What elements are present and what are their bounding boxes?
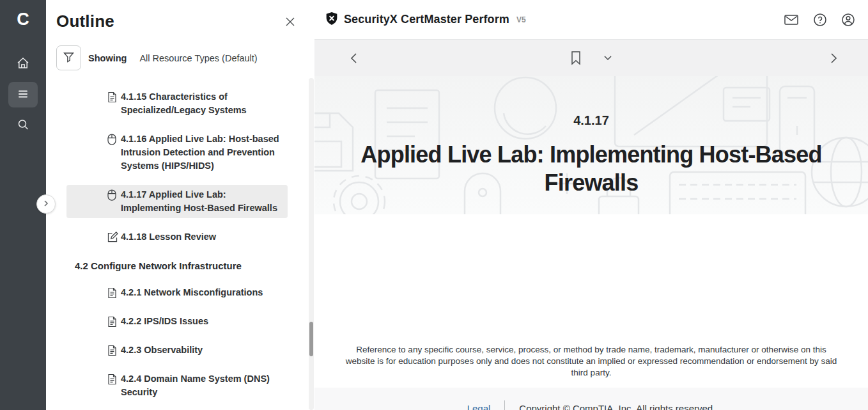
outline-item-label: 4.1.17 Applied Live Lab: Implementing Ho… — [107, 188, 280, 215]
pencil-icon — [107, 232, 118, 242]
panel-title: Outline — [56, 12, 114, 31]
outline-item-label: 4.1.15 Characteristics of Specialized/Le… — [107, 90, 280, 117]
lesson-body: Reference to any specific course, servic… — [314, 214, 868, 388]
outline-menu-icon — [16, 87, 30, 103]
disclaimer-text: Reference to any specific course, servic… — [341, 344, 841, 379]
outline-scrollbar-thumb[interactable] — [309, 322, 313, 356]
outline-item-label: 4.2.2 IPS/IDS Issues — [107, 315, 208, 328]
hero-text: 4.1.17 Applied Live Lab: Implementing Ho… — [314, 76, 868, 197]
panel-collapse-toggle[interactable] — [36, 194, 56, 214]
main-area: SecurityX CertMaster Perform V5 — [314, 0, 868, 410]
previous-page-button[interactable] — [345, 49, 363, 68]
bookmark-dropdown-button[interactable] — [600, 51, 616, 65]
outline-item[interactable]: 4.2.3 Observability — [66, 340, 288, 360]
rail-items — [8, 51, 38, 138]
lesson-number: 4.1.17 — [314, 113, 868, 128]
chevron-left-icon — [349, 56, 359, 66]
account-button[interactable] — [840, 12, 856, 28]
filter-row: Showing All Resource Types (Default) — [56, 45, 314, 70]
outline-item[interactable]: 4.1.16 Applied Live Lab: Host-based Intr… — [66, 129, 288, 176]
home-button[interactable] — [8, 51, 38, 77]
filter-button[interactable] — [56, 45, 81, 70]
outline-item-label: 4.1.16 Applied Live Lab: Host-based Intr… — [107, 132, 280, 173]
copyright-text: Copyright © CompTIA, Inc. All rights res… — [519, 403, 715, 410]
app-version: V5 — [516, 15, 526, 24]
outline-panel-header: Outline — [46, 0, 314, 31]
mail-button[interactable] — [782, 12, 800, 28]
close-outline-button[interactable] — [281, 13, 299, 31]
outline-item[interactable]: 4.1.17 Applied Live Lab: Implementing Ho… — [66, 185, 288, 218]
outline-item[interactable]: 4.2.2 IPS/IDS Issues — [66, 311, 288, 331]
next-page-button[interactable] — [825, 49, 842, 68]
bookmark-button[interactable] — [566, 47, 585, 69]
bookmark-icon — [570, 58, 582, 67]
app-title: SecurityX CertMaster Perform — [344, 13, 509, 26]
header-actions — [782, 12, 856, 28]
document-icon — [107, 345, 117, 356]
bookmark-group — [566, 47, 616, 69]
mouse-icon — [107, 189, 116, 201]
chevron-right-icon — [828, 56, 839, 66]
outline-item-label: 4.1.18 Lesson Review — [107, 230, 216, 244]
help-icon — [813, 19, 827, 29]
mail-icon — [784, 19, 799, 28]
outline-panel: Outline Showing All Resource Types (Defa… — [46, 0, 314, 410]
page-footer: Legal Copyright © CompTIA, Inc. All righ… — [314, 388, 868, 410]
search-icon — [16, 118, 30, 134]
document-icon — [107, 374, 117, 385]
mouse-icon — [107, 134, 116, 145]
close-icon — [284, 20, 297, 30]
filter-value: All Resource Types (Default) — [139, 53, 257, 63]
outline-item[interactable]: 4.1.18 Lesson Review — [66, 227, 288, 247]
funnel-icon — [63, 51, 75, 65]
outline-item-label: 4.2.1 Network Misconfigurations — [107, 286, 263, 299]
app-root: C — [0, 0, 868, 410]
chevron-down-icon — [603, 53, 612, 63]
help-button[interactable] — [812, 12, 828, 28]
chevron-right-icon — [42, 200, 50, 209]
search-button[interactable] — [8, 113, 38, 138]
main-header: SecurityX CertMaster Perform V5 — [314, 0, 868, 40]
outline-item-label: 4.2.3 Observability — [107, 343, 203, 357]
shield-x-icon — [325, 12, 338, 28]
lesson-hero: 4.1.17 Applied Live Lab: Implementing Ho… — [314, 76, 868, 214]
lesson-toolbar — [314, 40, 868, 76]
comptia-logo[interactable]: C — [17, 6, 29, 32]
document-icon — [107, 316, 117, 327]
outline-item[interactable]: 4.1.15 Characteristics of Specialized/Le… — [66, 87, 288, 120]
home-icon — [16, 56, 30, 72]
document-icon — [107, 287, 117, 299]
document-icon — [107, 91, 117, 103]
outline-item-label: 4.2.4 Domain Name System (DNS) Security — [107, 372, 280, 399]
outline-menu-button[interactable] — [8, 82, 38, 107]
filter-showing-label: Showing — [88, 53, 127, 63]
account-icon — [841, 19, 855, 29]
outline-list: 4.1.15 Characteristics of Specialized/Le… — [46, 87, 314, 410]
lesson-title: Applied Live Lab: Implementing Host-Base… — [314, 141, 868, 197]
footer-divider — [504, 400, 505, 410]
legal-link[interactable]: Legal — [467, 403, 491, 410]
brand: SecurityX CertMaster Perform V5 — [325, 12, 526, 28]
outline-item[interactable]: 4.2.1 Network Misconfigurations — [66, 283, 288, 303]
outline-scrollbar[interactable] — [309, 78, 314, 410]
outline-item[interactable]: 4.2.4 Domain Name System (DNS) Security — [66, 369, 288, 402]
outline-section[interactable]: 4.2 Configure Network Infrastructure — [75, 260, 288, 272]
